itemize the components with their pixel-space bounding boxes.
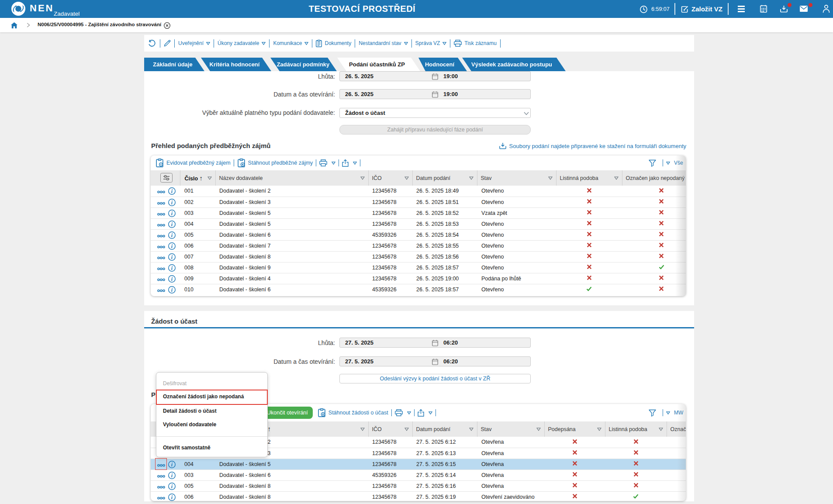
svg-text:i: i [171,188,173,194]
svg-text:i: i [171,287,173,293]
svg-text:i: i [171,199,173,205]
svg-text:i: i [171,232,173,238]
svg-text:i: i [171,221,173,227]
svg-text:i: i [171,276,173,282]
svg-text:i: i [171,483,173,489]
svg-text:i: i [171,461,173,467]
svg-text:i: i [171,494,173,500]
svg-text:i: i [171,243,173,249]
svg-text:i: i [171,472,173,478]
svg-text:i: i [171,254,173,260]
svg-text:i: i [171,210,173,216]
svg-text:i: i [171,265,173,271]
